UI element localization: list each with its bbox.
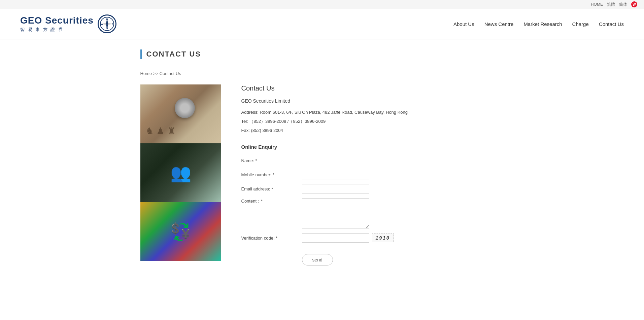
svg-text:S: S <box>106 27 108 29</box>
logo-area: GEO Securities 智 易 東 方 證 券 N S W E <box>20 14 116 33</box>
logo-main: GEO Securities <box>20 15 94 26</box>
captcha-input[interactable] <box>302 233 369 243</box>
content-label: Content：* <box>241 198 302 204</box>
main-layout: Contact Us GEO Securities Limited Addres… <box>140 84 504 265</box>
send-button[interactable]: send <box>302 254 333 265</box>
email-field-group: Email address: * <box>241 184 504 193</box>
nav-market[interactable]: Market Research <box>523 21 562 27</box>
name-label: Name: * <box>241 158 302 163</box>
verification-field-group: Verification code: * 1910 <box>241 233 504 243</box>
contact-title: Contact Us <box>241 84 504 92</box>
mobile-label: Mobile number: * <box>241 172 302 177</box>
main-nav: About Us News Centre Market Research Cha… <box>453 21 624 27</box>
page-title: CONTACT US <box>146 50 201 59</box>
svg-text:N: N <box>106 18 108 21</box>
nav-contact[interactable]: Contact Us <box>599 21 624 27</box>
page-title-section: CONTACT US <box>140 49 504 64</box>
send-button-container: send <box>241 247 504 265</box>
title-bar-decoration <box>140 49 142 59</box>
image-chess <box>140 84 221 143</box>
address-value: Room 601-3, 6/F, Siu On Plaza, 482 Jaffe… <box>260 110 408 115</box>
company-name: GEO Securities Limited <box>241 98 504 104</box>
captcha-group: 1910 <box>302 233 394 243</box>
left-images <box>140 84 221 261</box>
fax-line: Fax: (852) 3896 2004 <box>241 127 504 134</box>
nav-news[interactable]: News Centre <box>484 21 514 27</box>
enquiry-form: Name: * Mobile number: * Email address: … <box>241 156 504 265</box>
trad-chinese-link[interactable]: 繁體 <box>607 2 615 7</box>
svg-text:E: E <box>112 23 113 25</box>
captcha-display: 1910 <box>372 234 394 242</box>
content-textarea[interactable] <box>302 198 369 228</box>
breadcrumb-home[interactable]: Home <box>140 71 152 76</box>
nav-charge[interactable]: Charge <box>572 21 589 27</box>
nav-about[interactable]: About Us <box>453 21 474 27</box>
image-money <box>140 202 221 261</box>
breadcrumb: Home >> Contact Us <box>140 71 504 76</box>
address-line: Address: Room 601-3, 6/F, Siu On Plaza, … <box>241 109 504 116</box>
svg-text:W: W <box>101 23 103 25</box>
breadcrumb-separator: >> <box>152 71 159 76</box>
contact-info: Address: Room 601-3, 6/F, Siu On Plaza, … <box>241 109 504 134</box>
content-field-group: Content：* <box>241 198 504 228</box>
tel-line: Tel: （852）3896-2008 /（852）3896-2009 <box>241 118 504 125</box>
logo-chinese: 智 易 東 方 證 券 <box>20 27 94 33</box>
verification-label: Verification code: * <box>241 236 302 241</box>
top-bar: HOME 繁體 简体 W <box>0 0 644 9</box>
image-business <box>140 143 221 202</box>
name-input[interactable] <box>302 156 369 165</box>
address-label: Address: <box>241 110 259 115</box>
right-content: Contact Us GEO Securities Limited Addres… <box>241 84 504 265</box>
tel-value: （852）3896-2008 /（852）3896-2009 <box>249 119 326 124</box>
mobile-input[interactable] <box>302 170 369 179</box>
name-field-group: Name: * <box>241 156 504 165</box>
breadcrumb-current: Contact Us <box>160 71 181 76</box>
logo-compass: N S W E <box>98 14 116 33</box>
home-link[interactable]: HOME <box>591 2 603 7</box>
fax-label: Fax: <box>241 128 250 133</box>
header: GEO Securities 智 易 東 方 證 券 N S W E About… <box>0 9 644 39</box>
weibo-icon[interactable]: W <box>631 1 637 7</box>
compass-svg: N S W E <box>100 16 114 31</box>
fax-value: (852) 3896 2004 <box>251 128 283 133</box>
enquiry-title: Online Enquiry <box>241 144 504 150</box>
email-label: Email address: * <box>241 186 302 191</box>
svg-point-5 <box>106 23 108 25</box>
tel-label: Tel: <box>241 119 248 124</box>
simp-chinese-link[interactable]: 简体 <box>619 2 627 7</box>
email-input[interactable] <box>302 184 369 193</box>
page-content: CONTACT US Home >> Contact Us Contact Us… <box>120 39 524 276</box>
mobile-field-group: Mobile number: * <box>241 170 504 179</box>
logo-text: GEO Securities 智 易 東 方 證 券 <box>20 15 94 33</box>
